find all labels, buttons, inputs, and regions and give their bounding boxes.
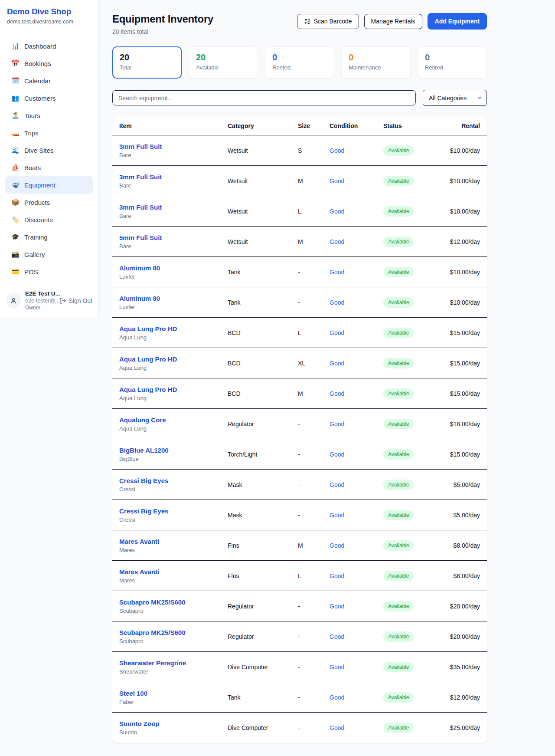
condition-link[interactable]: Good [330,603,344,610]
nav-icon: 🤿 [11,181,19,189]
size-cell: S [298,147,330,154]
size-cell: L [298,572,330,579]
sidebar-item-products[interactable]: 📦 Products [5,194,93,211]
stat-card[interactable]: 20 Available [189,46,258,79]
equipment-table: Item Category Size Condition Status Rent… [112,116,487,743]
item-link[interactable]: Cressi Big Eyes [119,507,168,515]
condition-cell: Good [330,664,383,671]
condition-link[interactable]: Good [330,269,344,276]
rental-cell: $15.00/day [433,451,480,458]
sidebar-item-bookings[interactable]: 📅 Bookings [5,55,93,72]
item-brand: Mares [119,577,228,584]
add-equipment-label: Add Equipment [435,18,480,25]
condition-link[interactable]: Good [330,299,344,306]
stat-card[interactable]: 0 Rented [265,46,334,79]
brand-title[interactable]: Demo Dive Shop [7,7,91,16]
sidebar-item-dive-sites[interactable]: 🌊 Dive Sites [5,141,93,159]
sidebar-item-calendar[interactable]: 🗓️ Calendar [5,72,93,89]
item-brand: BigBlue [119,456,228,462]
rental-cell: $10.00/day [433,208,480,215]
item-link[interactable]: 3mm Full Suit [119,204,162,211]
sidebar-item-tours[interactable]: 🏝️ Tours [5,107,93,124]
scan-barcode-button[interactable]: Scan Barcode [297,14,359,29]
stat-card[interactable]: 20 Total [112,46,182,79]
condition-cell: Good [330,694,383,701]
sidebar-item-discounts[interactable]: 🏷️ Discounts [5,211,93,228]
condition-link[interactable]: Good [330,177,344,184]
condition-cell: Good [330,512,383,519]
sidebar-item-training[interactable]: 🎓 Training [5,228,93,246]
status-badge: Available [383,480,414,490]
item-link[interactable]: Cressi Big Eyes [119,477,168,484]
status-badge: Available [383,510,414,520]
item-link[interactable]: Aluminum 80 [119,295,160,302]
condition-link[interactable]: Good [330,238,344,245]
manage-rentals-button[interactable]: Manage Rentals [364,14,422,29]
category-select[interactable]: All Categories [423,90,487,106]
condition-link[interactable]: Good [330,360,344,367]
condition-link[interactable]: Good [330,481,344,488]
condition-cell: Good [330,421,383,427]
item-link[interactable]: 5mm Full Suit [119,234,162,241]
condition-link[interactable]: Good [330,633,344,640]
stat-card[interactable]: 0 Retired [418,46,487,79]
condition-link[interactable]: Good [330,694,344,701]
sidebar-item-pos[interactable]: 💳 POS [5,263,93,280]
item-link[interactable]: Aqua Lung Pro HD [119,386,177,393]
item-link[interactable]: Aqua Lung Pro HD [119,355,177,363]
item-link[interactable]: Steel 100 [119,690,147,697]
rental-cell: $35.00/day [433,664,480,671]
item-brand: Aqua Lung [119,365,228,371]
item-cell: Cressi Big Eyes Cressi [119,477,228,493]
page: Demo Dive Shop demo.test.divestreams.com… [0,0,555,756]
item-link[interactable]: Aluminum 80 [119,264,160,272]
sidebar-item-boats[interactable]: ⛵ Boats [5,159,93,176]
sidebar-item-equipment[interactable]: 🤿 Equipment [5,176,93,194]
item-link[interactable]: Aqualung Core [119,416,166,424]
item-link[interactable]: Scubapro MK25/S600 [119,629,186,636]
condition-link[interactable]: Good [330,542,344,549]
condition-link[interactable]: Good [330,572,344,579]
nav-label: Discounts [24,216,53,224]
table-row: 3mm Full Suit Bare Wetsuit M Good Availa… [112,166,487,196]
condition-link[interactable]: Good [330,664,344,671]
condition-link[interactable]: Good [330,208,344,215]
condition-link[interactable]: Good [330,147,344,154]
condition-link[interactable]: Good [330,329,344,336]
item-link[interactable]: Scubapro MK25/S600 [119,598,186,606]
item-link[interactable]: 3mm Full Suit [119,143,162,150]
sidebar-item-gallery[interactable]: 📸 Gallery [5,246,93,263]
condition-link[interactable]: Good [330,390,344,397]
column-header-size: Size [298,122,330,129]
item-link[interactable]: Mares Avanti [119,538,159,545]
item-brand: Bare [119,182,228,189]
size-cell: M [298,542,330,549]
manage-rentals-label: Manage Rentals [371,18,415,25]
item-brand: Suunto [119,729,228,736]
item-link[interactable]: Aqua Lung Pro HD [119,325,177,332]
sidebar-item-dashboard[interactable]: 📊 Dashboard [5,37,93,55]
stat-value: 0 [349,53,403,62]
item-link[interactable]: 3mm Full Suit [119,173,162,181]
status-cell: Available [383,601,433,611]
stat-card[interactable]: 0 Maintenance [341,46,411,79]
condition-link[interactable]: Good [330,421,344,427]
condition-link[interactable]: Good [330,451,344,458]
sidebar-item-customers[interactable]: 👥 Customers [5,89,93,107]
condition-link[interactable]: Good [330,512,344,519]
user-meta: E2E Test U... e2e-tester@... Owner [25,290,55,311]
sign-out-button[interactable]: Sign Out [59,297,92,304]
column-header-rental: Rental [433,122,480,129]
item-link[interactable]: Suunto Zoop [119,720,159,727]
sign-out-label: Sign Out [69,297,92,304]
item-link[interactable]: BigBlue AL1200 [119,447,169,454]
stat-label: Maintenance [349,64,403,71]
item-link[interactable]: Shearwater Peregrine [119,659,186,667]
item-link[interactable]: Mares Avanti [119,568,159,575]
search-input[interactable] [112,90,416,105]
size-cell: XL [298,360,330,367]
condition-link[interactable]: Good [330,724,344,731]
add-equipment-button[interactable]: Add Equipment [428,13,487,30]
sidebar-item-trips[interactable]: 🚤 Trips [5,124,93,141]
item-cell: Aluminum 80 Luxfer [119,264,228,280]
